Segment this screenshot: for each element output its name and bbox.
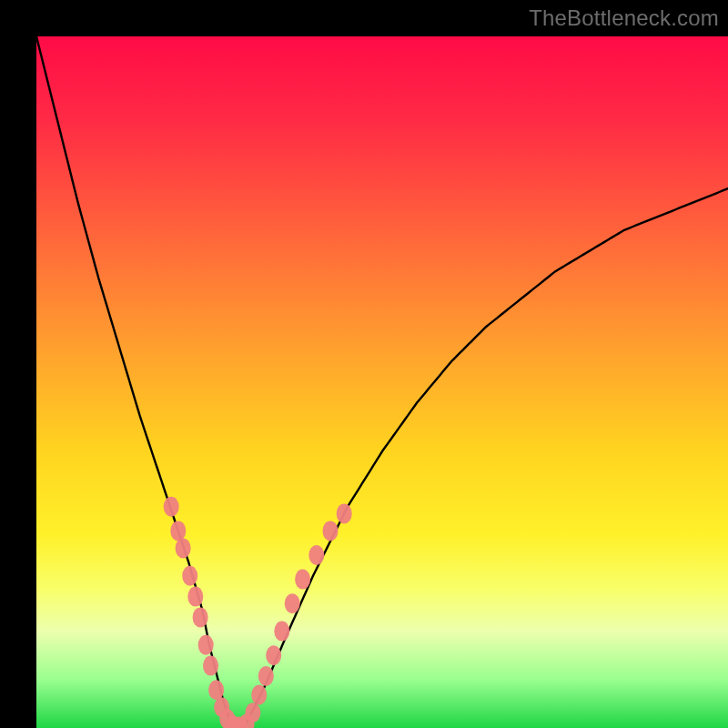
highlight-dot (182, 566, 197, 586)
highlight-dot (203, 656, 218, 676)
highlight-dot (274, 622, 289, 642)
highlight-dot (208, 680, 224, 700)
highlight-dot (164, 497, 179, 517)
highlight-dot (187, 587, 203, 607)
chart-frame: TheBottleneck.com (0, 0, 728, 728)
dots-group (164, 497, 352, 728)
highlight-dot (295, 570, 310, 590)
highlight-dot (176, 538, 191, 558)
curve-group (36, 36, 728, 728)
highlight-dot (198, 635, 214, 655)
highlight-dot (337, 503, 352, 523)
highlight-dot (193, 607, 208, 627)
highlight-dot (285, 593, 300, 613)
highlight-dot (323, 521, 339, 541)
highlight-dot (245, 703, 260, 723)
highlight-dot (266, 645, 281, 665)
highlight-dot (251, 685, 267, 705)
watermark-text: TheBottleneck.com (529, 5, 719, 31)
bottleneck-curve (36, 36, 728, 728)
highlight-dot (170, 521, 186, 541)
highlight-dot (308, 545, 324, 565)
highlight-dot (258, 666, 274, 686)
plot-area (36, 36, 728, 728)
curve-svg (36, 36, 728, 728)
